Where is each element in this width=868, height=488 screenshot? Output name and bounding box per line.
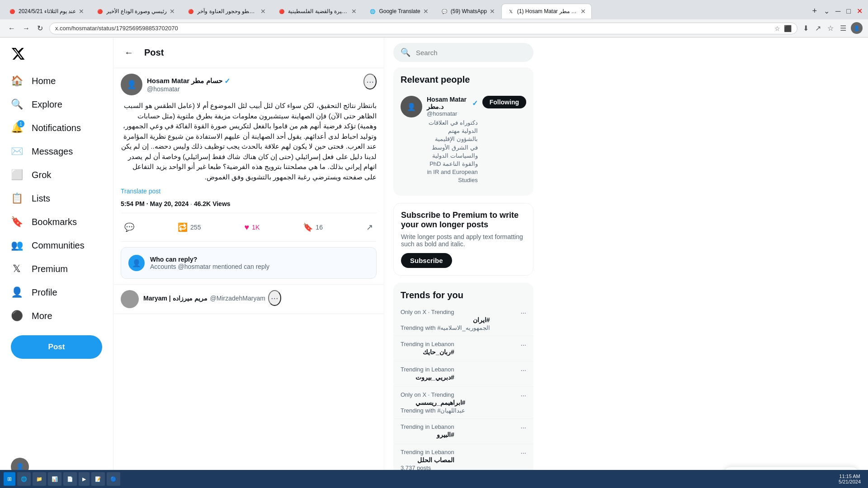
bookmark-button[interactable]: 🔖 16	[299, 219, 326, 236]
tweet-more-button[interactable]: ···	[363, 74, 377, 89]
x-logo[interactable]	[5, 41, 108, 68]
trend-more-icon[interactable]: ···	[520, 449, 526, 456]
browser-tab-tab2[interactable]: 🔴رئيسي وصورة الوداع الأخير✕	[90, 4, 181, 19]
taskbar-word[interactable]: 📝	[91, 472, 105, 485]
sidebar-item-messages[interactable]: ✉️ Messages	[5, 140, 108, 163]
browser-tab-tab7[interactable]: 𝕏(1) Hosam Matar حسام مطر on X✕	[501, 4, 592, 19]
trend-name: #البيرو	[401, 431, 454, 438]
taskbar-chrome[interactable]: 🔵	[107, 472, 120, 485]
tweet-username[interactable]: @hosmatar	[147, 85, 230, 93]
retweet-button[interactable]: 🔁 255	[174, 219, 204, 236]
start-button[interactable]: ⊞	[4, 472, 15, 485]
sidebar-label-profile: Profile	[32, 287, 57, 298]
windows-icon: ⊞	[7, 476, 12, 482]
browser-tab-tab4[interactable]: 🔴السيرة والقضية الفلسطينية✕	[272, 4, 363, 19]
trend-item-3[interactable]: Only on X · Trending #ابراهيمم_ريسسي Tre…	[393, 387, 533, 419]
like-button[interactable]: ♥ 1K	[241, 219, 263, 236]
sidebar-item-notifications[interactable]: 🔔 1 Notifications	[5, 117, 108, 139]
post-button[interactable]: Post	[11, 335, 102, 359]
sidebar-item-home[interactable]: 🏠 Home	[5, 70, 108, 92]
tweet-meta: 5:54 PM · May 20, 2024 · 46.2K Views	[121, 200, 377, 207]
search-box[interactable]: 🔍	[393, 43, 533, 62]
tab-close-icon[interactable]: ✕	[490, 8, 495, 15]
following-button[interactable]: Following	[482, 96, 526, 108]
address-bar[interactable]: x.com/hosmatar/status/179256959885370207…	[49, 23, 797, 34]
extensions-icon[interactable]: ⬛	[784, 25, 792, 32]
suggested-author-avatar[interactable]	[121, 290, 139, 308]
browser-profile[interactable]: 👤	[851, 22, 863, 34]
back-button[interactable]: ←	[5, 22, 18, 34]
bookmark-star-icon[interactable]: ☆	[774, 25, 780, 32]
taskbar-files[interactable]: 📁	[33, 472, 46, 485]
sidebar-label-bookmarks: Bookmarks	[32, 217, 77, 227]
sidebar-label-more: More	[32, 311, 52, 321]
sidebar-item-bookmarks[interactable]: 🔖 Bookmarks	[5, 211, 108, 233]
browser-tab-tab3[interactable]: 🔴خسارة قائدة تقسطو وحجور العناوة وآخر✕	[181, 4, 272, 19]
sidebar-item-profile[interactable]: 👤 Profile	[5, 281, 108, 304]
taskbar-pdf[interactable]: 📄	[63, 472, 77, 485]
retweet-count: 255	[190, 224, 201, 231]
tweet-author-info: Hosam Matar حسام مطر ✓ @hosmatar	[147, 77, 230, 93]
trend-more-icon[interactable]: ···	[520, 309, 526, 316]
new-tab-button[interactable]: +	[808, 3, 821, 19]
tab-close-icon[interactable]: ✕	[170, 8, 175, 15]
tab-title: Google Translate	[379, 8, 420, 14]
sidebar-item-explore[interactable]: 🔍 Explore	[5, 93, 108, 116]
trend-more-icon[interactable]: ···	[520, 423, 526, 431]
taskbar-excel[interactable]: 📊	[48, 472, 61, 485]
tweet-author-avatar[interactable]: 👤	[121, 74, 142, 95]
tab-favicon: 🌐	[369, 8, 376, 15]
forward-button[interactable]: →	[20, 22, 33, 34]
sidebar-label-grok: Grok	[32, 170, 51, 180]
tab-close-icon[interactable]: ✕	[260, 8, 266, 15]
tab-close-icon[interactable]: ✕	[423, 8, 429, 15]
trend-item-0[interactable]: Only on X · Trending #ايران Trending wit…	[393, 304, 533, 336]
reply-restriction-desc: Accounts @hosmatar mentioned can reply	[150, 263, 269, 270]
close-button[interactable]: ✕	[854, 5, 865, 17]
star-icon[interactable]: ☆	[826, 22, 835, 34]
person-handle[interactable]: @hosmatar	[427, 110, 478, 117]
tab-close-icon[interactable]: ✕	[351, 8, 357, 15]
post-view-header: ← Post	[113, 38, 384, 68]
browser-tab-tab6[interactable]: 💬(59) WhatsApp✕	[435, 4, 501, 19]
sidebar-item-communities[interactable]: 👥 Communities	[5, 234, 108, 257]
translate-link[interactable]: Translate post	[121, 188, 377, 195]
trend-name: #ابراهيمم_ريسسي	[401, 399, 465, 406]
sidebar-icon-more: ⚫	[11, 310, 23, 322]
tab-title: (59) WhatsApp	[451, 8, 487, 14]
trend-more-icon[interactable]: ···	[520, 341, 526, 348]
tab-dropdown[interactable]: ⌄	[821, 5, 832, 17]
back-arrow-button[interactable]: ←	[121, 44, 137, 61]
share-tweet-button[interactable]: ↗	[363, 219, 377, 236]
browser-tab-tab1[interactable]: 🔴عند يوم الثلاثاء 2024/5/21✕	[3, 4, 90, 19]
sidebar-item-more[interactable]: ⚫ More	[5, 305, 108, 327]
suggested-author-handle: @MirzadehMaryam	[210, 295, 265, 302]
reader-mode-icon[interactable]: ☰	[838, 22, 848, 34]
downloads-icon[interactable]: ⬇	[801, 22, 811, 34]
tweet-display-name[interactable]: Hosam Matar حسام مطر ✓	[147, 77, 230, 85]
search-input[interactable]	[416, 49, 526, 56]
sidebar-item-premium[interactable]: 𝕏 Premium	[5, 258, 108, 280]
sidebar-item-lists[interactable]: 📋 Lists	[5, 187, 108, 210]
trend-item-2[interactable]: Trending in Lebanon #دبريي_بيروت ···	[393, 361, 533, 387]
tab-close-icon[interactable]: ✕	[580, 8, 586, 15]
share-icon[interactable]: ↗	[813, 22, 823, 34]
taskbar-ie[interactable]: 🌐	[17, 472, 31, 485]
taskbar-media[interactable]: ▶	[79, 472, 90, 485]
sidebar-item-grok[interactable]: ⬜ Grok	[5, 164, 108, 186]
trend-more-icon[interactable]: ···	[520, 366, 526, 374]
refresh-button[interactable]: ↻	[34, 22, 46, 34]
subscribe-button[interactable]: Subscribe	[401, 253, 452, 268]
sidebar-label-communities: Communities	[32, 240, 85, 251]
tab-close-icon[interactable]: ✕	[79, 8, 84, 15]
browser-tab-tab5[interactable]: 🌐Google Translate✕	[363, 4, 434, 19]
trend-item-1[interactable]: Trending in Lebanon #ربان_حايك ···	[393, 336, 533, 361]
suggested-more-button[interactable]: ···	[268, 290, 281, 306]
minimize-button[interactable]: ─	[833, 5, 843, 17]
trend-item-4[interactable]: Trending in Lebanon #البيرو ···	[393, 419, 533, 444]
reply-button[interactable]: 💬	[121, 219, 138, 236]
trend-more-icon[interactable]: ···	[520, 391, 526, 399]
person-avatar[interactable]: 👤	[401, 96, 422, 117]
address-bar-row: ← → ↻ x.com/hosmatar/status/179256959885…	[0, 19, 868, 37]
maximize-button[interactable]: □	[844, 5, 854, 17]
